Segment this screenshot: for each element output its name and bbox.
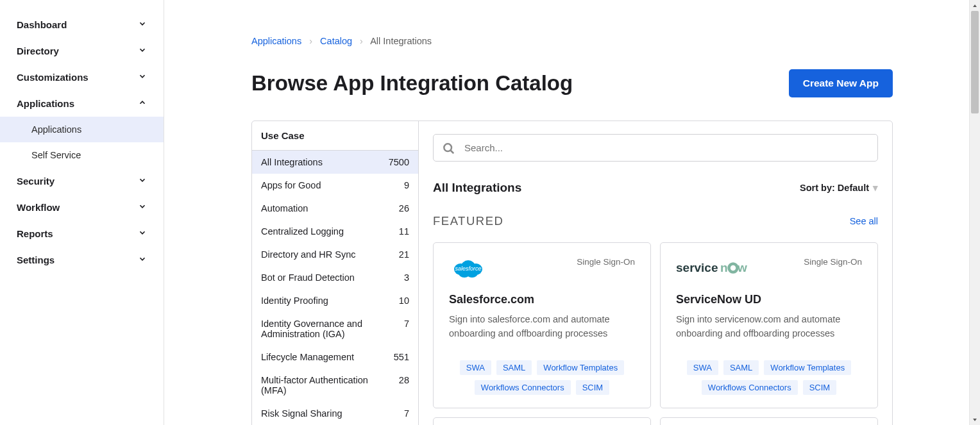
integration-card[interactable]: Single Sign-On (660, 417, 878, 426)
usecase-item-label: Risk Signal Sharing (261, 408, 342, 419)
results-heading: All Integrations (433, 181, 521, 195)
usecase-item[interactable]: Identity Governance and Administration (… (252, 312, 418, 346)
search-icon (442, 142, 455, 154)
scrollbar-thumb[interactable] (971, 11, 979, 113)
chevron-down-icon (138, 46, 147, 56)
main-content: Applications › Catalog › All Integration… (164, 0, 980, 425)
usecase-item[interactable]: Automation26 (252, 197, 418, 220)
sidebar-item-dashboard[interactable]: Dashboard (0, 12, 164, 38)
sso-badge: Single Sign-On (577, 257, 635, 267)
sidebar-item-label: Customizations (17, 72, 89, 83)
usecase-item[interactable]: Bot or Fraud Detection3 (252, 266, 418, 289)
create-new-app-button[interactable]: Create New App (789, 69, 893, 97)
chevron-down-icon (138, 228, 147, 239)
svg-text:service: service (676, 261, 718, 274)
scroll-down-button[interactable] (970, 414, 980, 425)
sidebar-item-settings[interactable]: Settings (0, 247, 164, 273)
usecase-item[interactable]: Centralized Logging11 (252, 220, 418, 243)
usecase-item-label: Lifecycle Management (261, 352, 354, 362)
usecase-item-count: 7 (404, 408, 409, 419)
usecase-item-count: 11 (399, 226, 409, 237)
see-all-link[interactable]: See all (850, 216, 878, 226)
usecase-item-label: Identity Proofing (261, 296, 328, 306)
sidebar-item-label: Settings (17, 254, 55, 265)
chevron-down-icon (138, 254, 147, 265)
svg-point-10 (729, 264, 738, 272)
usecase-item-label: Automation (261, 203, 308, 213)
sidebar-item-label: Directory (17, 46, 59, 56)
svg-line-1 (451, 150, 453, 153)
integration-card[interactable]: service n w Single Sign-On ServiceNow UD… (660, 242, 878, 408)
breadcrumb-current: All Integrations (370, 36, 432, 46)
svg-marker-25 (973, 4, 977, 6)
chevron-up-icon (138, 98, 147, 109)
usecase-item[interactable]: All Integrations7500 (252, 151, 418, 174)
usecase-item-count: 7500 (389, 157, 409, 167)
sidebar-subitem-applications[interactable]: Applications (0, 117, 164, 142)
usecase-item-label: Multi-factor Authentication (MFA) (261, 375, 376, 396)
breadcrumb-applications[interactable]: Applications (251, 36, 301, 46)
usecase-item-count: 551 (394, 352, 409, 362)
usecase-item[interactable]: Directory and HR Sync21 (252, 243, 418, 266)
usecase-item-label: Bot or Fraud Detection (261, 272, 355, 283)
scroll-up-button[interactable] (970, 0, 980, 11)
usecase-header: Use Case (252, 121, 418, 151)
usecase-item[interactable]: Identity Proofing10 (252, 289, 418, 312)
tag: SAML (723, 360, 759, 375)
card-description: Sign into servicenow.com and automate on… (676, 313, 862, 341)
sidebar-subitem-self-service[interactable]: Self Service (0, 142, 164, 168)
svg-marker-26 (973, 418, 977, 421)
breadcrumb-separator: › (360, 36, 363, 46)
cards-grid: salesforce Single Sign-On Salesforce.com… (433, 242, 878, 425)
tag: Workflows Connectors (475, 380, 571, 395)
usecase-item-label: Centralized Logging (261, 226, 344, 237)
sidebar-item-label: Reports (17, 228, 53, 239)
results-area: All Integrations Sort by: Default ▾ FEAT… (419, 121, 892, 425)
usecase-item-count: 26 (399, 203, 409, 213)
card-title: Salesforce.com (449, 293, 635, 306)
sidebar-item-applications[interactable]: Applications (0, 90, 164, 117)
servicenow-logo: service n w (676, 257, 753, 279)
usecase-item[interactable]: Multi-factor Authentication (MFA)28 (252, 369, 418, 402)
sidebar-item-security[interactable]: Security (0, 168, 164, 194)
tag: Workflow Templates (537, 360, 624, 375)
tag: SAML (496, 360, 532, 375)
breadcrumb-separator: › (309, 36, 312, 46)
usecase-item-count: 3 (404, 272, 409, 283)
tag: SWA (460, 360, 491, 375)
scrollbar-track[interactable] (970, 11, 980, 414)
tag: Workflow Templates (764, 360, 851, 375)
vertical-scrollbar[interactable] (969, 0, 980, 425)
usecase-item[interactable]: Apps for Good9 (252, 174, 418, 197)
chevron-down-icon (138, 176, 147, 187)
integration-card[interactable]: Office 365 Single Sign-On (433, 417, 651, 426)
tag: Workflows Connectors (702, 380, 798, 395)
sidebar-item-workflow[interactable]: Workflow (0, 194, 164, 221)
svg-text:n: n (720, 261, 728, 274)
usecase-item[interactable]: Risk Signal Sharing7 (252, 402, 418, 425)
sidebar-item-directory[interactable]: Directory (0, 38, 164, 64)
search-input[interactable] (433, 134, 878, 162)
tag: SCIM (803, 380, 837, 395)
breadcrumb: Applications › Catalog › All Integration… (251, 36, 893, 46)
card-title: ServiceNow UD (676, 293, 862, 306)
usecase-item-count: 9 (404, 180, 409, 190)
salesforce-logo: salesforce (449, 257, 487, 279)
usecase-item[interactable]: Lifecycle Management551 (252, 346, 418, 369)
sidebar-item-customizations[interactable]: Customizations (0, 64, 164, 90)
usecase-item-count: 28 (399, 375, 409, 396)
catalog-panel: Use Case All Integrations7500Apps for Go… (251, 121, 893, 425)
breadcrumb-catalog[interactable]: Catalog (320, 36, 352, 46)
usecase-item-label: Apps for Good (261, 180, 321, 190)
sidebar-item-reports[interactable]: Reports (0, 221, 164, 247)
usecase-item-label: Directory and HR Sync (261, 249, 355, 260)
svg-text:salesforce: salesforce (455, 265, 481, 272)
sort-by-dropdown[interactable]: Sort by: Default ▾ (800, 183, 878, 193)
featured-label: FEATURED (433, 214, 503, 228)
sort-label: Sort by: Default (800, 183, 869, 193)
integration-card[interactable]: salesforce Single Sign-On Salesforce.com… (433, 242, 651, 408)
chevron-down-icon (138, 202, 147, 213)
usecase-item-count: 21 (399, 249, 409, 260)
card-tags: SWASAMLWorkflow TemplatesWorkflows Conne… (676, 360, 862, 395)
usecase-item-label: Identity Governance and Administration (… (261, 319, 376, 339)
